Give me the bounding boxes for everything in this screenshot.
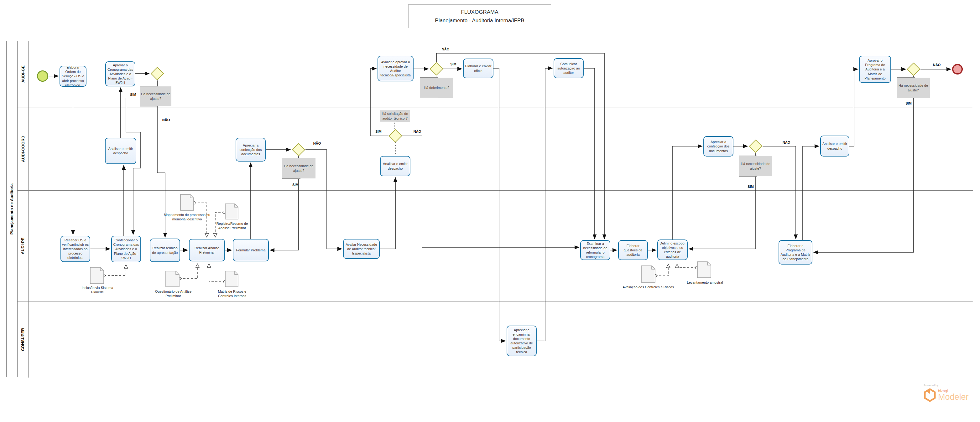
task-comunicar-autorizacao-label: Comunicar autorização ao auditor: [555, 62, 582, 75]
task-formular-problema-label: Formular Problema: [236, 248, 266, 252]
flow-definir-to-apreciar2: [672, 146, 702, 240]
task-elaborar-enviar-oficio[interactable]: Elaborar e enviar ofício: [463, 59, 493, 78]
task-avaliar-aprovar-necessidade[interactable]: Avaliar e aprovar a necessidade de Audit…: [377, 56, 414, 81]
annotation-ajuste-1: Há necessidade de ajuste?: [140, 86, 171, 106]
doc-mapeamento-processos-label: Mapeamento de processos ou memorial desc…: [164, 213, 210, 222]
bizagi-product-text: Modeler: [938, 393, 969, 401]
annotation-solicitacao-text: Há solicitação de auditor técnico ?: [380, 111, 409, 121]
assoc-matriz-to-analise: [209, 264, 225, 282]
label-sim-4: SIM: [375, 130, 382, 133]
task-analisar-despacho-1-label: Analisar e emitir despacho: [107, 146, 135, 155]
task-definir-escopo-label: Definir o escopo, objetivos e os critéri…: [659, 241, 686, 259]
task-formular-problema[interactable]: Formular Problema: [233, 239, 269, 262]
annotation-ajuste-1-text: Há necessidade de ajuste?: [141, 92, 171, 101]
doc-inclusao-planede-icon[interactable]: [90, 267, 104, 284]
assoc-levantamento-to-definir: [677, 264, 697, 268]
task-apreciar-encaminhar[interactable]: Apreciar e encaminhar documento autoriza…: [507, 325, 537, 356]
diagram-title-box: FLUXOGRAMA Planejamento - Auditoria Inte…: [408, 5, 551, 28]
label-nao-3: NÃO: [442, 47, 449, 51]
task-elaborar-questoes-label: Elaborar questões de auditoria: [620, 244, 646, 257]
doc-mapeamento-processos-icon[interactable]: [180, 194, 194, 211]
task-apreciar-confeccao-2[interactable]: Apreciar a confecção dos documentos: [703, 136, 733, 157]
flow-comunicar-to-examinar: [584, 68, 595, 239]
task-avaliar-necessidade-auditor-label: Avaliar Necessidade de Auditor técnico/ …: [345, 242, 378, 255]
annotation-deferimento: Há deferimento?: [420, 78, 453, 98]
task-elaborar-programa-label: Elaborar o Programa de Auditoria e a Mat…: [780, 244, 811, 261]
task-realizar-reuniao[interactable]: Realizar reunião de apresentação: [150, 238, 180, 262]
label-nao-6: NÃO: [933, 63, 940, 67]
annotation-ajuste-3-text: Há necessidade de ajuste?: [740, 162, 772, 171]
end-event[interactable]: [952, 64, 963, 75]
bizagi-hexagon-icon: [924, 388, 936, 402]
annotation-ajuste-4: Há necessidade de ajuste?: [897, 78, 930, 98]
task-apreciar-confeccao-2-label: Apreciar a confecção dos documentos: [705, 140, 732, 153]
label-sim-6: SIM: [905, 102, 912, 105]
task-analisar-despacho-1[interactable]: Analisar e emitir despacho: [105, 138, 136, 164]
label-nao-4: NÃO: [414, 130, 421, 133]
task-apreciar-confeccao-1[interactable]: Apreciar a confecção dos documentos: [235, 138, 266, 162]
gateway-ajuste-3[interactable]: [749, 139, 762, 154]
doc-questionario-analise-icon[interactable]: [165, 271, 180, 287]
task-elaborar-questoes[interactable]: Elaborar questões de auditoria: [618, 240, 648, 260]
task-apreciar-encaminhar-label: Apreciar e encaminhar documento autoriza…: [508, 328, 535, 354]
gateway-ajuste-1[interactable]: [150, 67, 164, 82]
flow-oficio-to-apreciar-encaminhar: [493, 68, 505, 341]
flow-analisar3-to-aprovar-programa: [850, 69, 858, 146]
label-nao-2: NÃO: [313, 141, 321, 145]
task-aprovar-cronograma[interactable]: Aprovar o Cronograma das Atividades e o …: [105, 61, 135, 86]
task-analisar-despacho-3-label: Analisar e emitir despacho: [822, 141, 848, 150]
task-confeccionar-cronograma-label: Confeccionar o Cronograma das Atividades…: [113, 238, 139, 260]
task-analisar-despacho-2-label: Analisar e emitir despacho: [382, 162, 409, 170]
doc-registro-resumo-label: Registro/Resumo de Análise Preliminar: [215, 221, 250, 230]
diagram-title: FLUXOGRAMA: [461, 9, 498, 15]
label-sim-1: SIM: [130, 93, 136, 97]
doc-avaliacao-controles-icon[interactable]: [641, 265, 655, 283]
doc-registro-resumo-icon[interactable]: [225, 203, 239, 219]
doc-questionario-analise-label: Questionário de Análise Preliminar: [150, 289, 197, 298]
task-elaborar-ordem-servico[interactable]: Elaborar Ordem de Serviço - OS e abrir p…: [59, 66, 86, 87]
task-avaliar-necessidade-auditor[interactable]: Avaliar Necessidade de Auditor técnico/ …: [343, 239, 380, 259]
start-event[interactable]: [37, 70, 48, 82]
doc-matriz-riscos-icon[interactable]: [225, 271, 239, 287]
task-receber-os[interactable]: Receber OS e verificar/incluir os intere…: [60, 236, 90, 262]
task-analisar-despacho-3[interactable]: Analisar e emitir despacho: [820, 136, 850, 157]
task-realizar-analise-preliminar-label: Realizar Análise Preliminar: [191, 246, 223, 254]
label-nao-1: NÃO: [162, 118, 170, 122]
task-realizar-analise-preliminar[interactable]: Realizar Análise Preliminar: [189, 239, 225, 262]
task-elaborar-enviar-oficio-label: Elaborar e enviar ofício: [465, 64, 492, 73]
task-elaborar-programa[interactable]: Elaborar o Programa de Auditoria e a Mat…: [778, 240, 812, 265]
annotation-ajuste-3: Há necessidade de ajuste?: [739, 156, 772, 176]
annotation-ajuste-4-text: Há necessidade de ajuste?: [897, 83, 929, 93]
bpmn-canvas: FLUXOGRAMA Planejamento - Auditoria Inte…: [0, 0, 980, 422]
task-analisar-despacho-2[interactable]: Analisar e emitir despacho: [380, 156, 410, 176]
annotation-ajuste-2-text: Há necessidade de ajuste?: [283, 164, 315, 173]
task-examinar-necessidade[interactable]: Examinar a necessidade de reformular o c…: [580, 240, 610, 260]
flow-avaliar-necessidade-to-analisar2: [380, 178, 395, 249]
doc-levantamento-amostral-icon[interactable]: [697, 262, 711, 278]
annotation-deferimento-text: Há deferimento?: [424, 86, 449, 90]
gateway-deferimento[interactable]: [430, 62, 443, 77]
task-realizar-reuniao-label: Realizar reunião de apresentação: [151, 246, 178, 254]
flow-apreciar-encaminhar-to-comunicar: [537, 68, 552, 341]
task-examinar-necessidade-label: Examinar a necessidade de reformular o c…: [582, 241, 609, 259]
flow-gw5-sim-to-elaborar-programa: [814, 76, 913, 252]
annotation-solicitacao: Há solicitação de auditor técnico ?: [380, 110, 410, 122]
task-comunicar-autorizacao[interactable]: Comunicar autorização ao auditor: [554, 58, 584, 78]
gateway-ajuste-4[interactable]: [907, 62, 921, 77]
task-receber-os-label: Receber OS e verificar/incluir os intere…: [62, 238, 89, 260]
diagram-subtitle: Planejamento - Auditoria Interna/IFPB: [435, 17, 524, 24]
label-nao-5: NÃO: [783, 141, 790, 144]
task-confeccionar-cronograma[interactable]: Confeccionar o Cronograma das Atividades…: [111, 236, 141, 262]
gateway-ajuste-2[interactable]: [292, 143, 305, 158]
task-aprovar-cronograma-label: Aprovar o Cronograma das Atividades e o …: [107, 63, 134, 85]
task-definir-escopo[interactable]: Definir o escopo, objetivos e os critéri…: [657, 240, 688, 260]
bizagi-logo: Powered by bizagi Modeler: [924, 384, 969, 402]
assoc-inclusao-to-confeccionar: [104, 265, 126, 276]
flow-gw3-nao-to-examinar: [402, 136, 579, 247]
label-sim-2: SIM: [292, 183, 299, 187]
label-sim-5: SIM: [748, 185, 754, 189]
assoc-questionario-to-analise: [180, 264, 197, 279]
gateway-solicitacao[interactable]: [388, 129, 402, 144]
task-avaliar-aprovar-necessidade-label: Avaliar e aprovar a necessidade de Audit…: [379, 60, 412, 77]
task-aprovar-programa[interactable]: Aprovar o Programa de Auditoria e a Matr…: [859, 56, 891, 83]
